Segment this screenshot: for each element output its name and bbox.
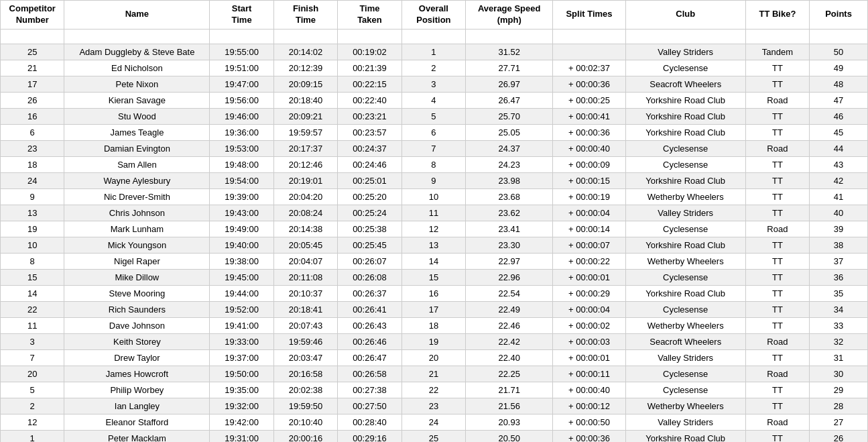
- table-row: 5Philip Worbey19:35:0020:02:3800:27:3822…: [1, 382, 868, 398]
- cell-pos: 16: [401, 285, 465, 301]
- cell-pts: 39: [810, 221, 868, 237]
- header-split-times: Split Times: [553, 1, 625, 30]
- cell-club: Yorkshire Road Club: [625, 108, 745, 124]
- cell-split: + 00:00:22: [553, 253, 625, 269]
- cell-pts: 40: [810, 205, 868, 221]
- cell-club: Valley Striders: [625, 414, 745, 430]
- cell-split: + 00:00:41: [553, 108, 625, 124]
- cell-num: 13: [1, 205, 64, 221]
- cell-pos: 24: [401, 414, 465, 430]
- cell-pts: 35: [810, 285, 868, 301]
- cell-tt: TT: [745, 430, 809, 442]
- cell-finish: 20:05:45: [273, 237, 337, 253]
- cell-speed: 23.98: [466, 172, 553, 188]
- cell-num: 16: [1, 108, 64, 124]
- cell-num: 22: [1, 301, 64, 317]
- cell-split: + 00:00:07: [553, 237, 625, 253]
- cell-num: 21: [1, 60, 64, 76]
- cell-name: Damian Evington: [64, 140, 210, 156]
- cell-split: + 00:00:12: [553, 398, 625, 414]
- cell-tt: TT: [745, 124, 809, 140]
- table-row: 1Peter Macklam19:31:0020:00:1600:29:1625…: [1, 430, 868, 442]
- cell-name: Ed Nicholson: [64, 60, 210, 76]
- cell-start: 19:37:00: [210, 349, 273, 366]
- cell-start: 19:55:00: [210, 44, 273, 60]
- header-points: Points: [810, 1, 868, 30]
- cell-num: 10: [1, 237, 64, 253]
- cell-start: 19:32:00: [210, 398, 273, 414]
- cell-name: James Teagle: [64, 124, 210, 140]
- cell-taken: 00:21:39: [338, 60, 401, 76]
- cell-taken: 00:22:15: [338, 76, 401, 92]
- cell-club: Cyclesense: [625, 156, 745, 172]
- cell-taken: 00:25:20: [338, 188, 401, 205]
- cell-tt: TT: [745, 269, 809, 285]
- table-row: 8Nigel Raper19:38:0020:04:0700:26:071422…: [1, 253, 868, 269]
- cell-name: Ian Langley: [64, 398, 210, 414]
- table-row: 2Ian Langley19:32:0019:59:5000:27:502321…: [1, 398, 868, 414]
- cell-taken: 00:26:07: [338, 253, 401, 269]
- table-row: 14Steve Mooring19:44:0020:10:3700:26:371…: [1, 285, 868, 301]
- cell-finish: 19:59:57: [273, 124, 337, 140]
- cell-taken: 00:22:40: [338, 92, 401, 108]
- cell-split: + 00:02:37: [553, 60, 625, 76]
- cell-pos: 21: [401, 366, 465, 382]
- cell-pos: 12: [401, 221, 465, 237]
- cell-name: Sam Allen: [64, 156, 210, 172]
- cell-start: 19:52:00: [210, 301, 273, 317]
- table-row: 18Sam Allen19:48:0020:12:4600:24:46824.2…: [1, 156, 868, 172]
- cell-club: Yorkshire Road Club: [625, 430, 745, 442]
- cell-name: Eleanor Stafford: [64, 414, 210, 430]
- cell-taken: 00:26:47: [338, 349, 401, 366]
- cell-speed: 23.62: [466, 205, 553, 221]
- cell-taken: 00:26:58: [338, 366, 401, 382]
- cell-start: 19:39:00: [210, 188, 273, 205]
- cell-taken: 00:24:37: [338, 140, 401, 156]
- cell-speed: 24.23: [466, 156, 553, 172]
- cell-start: 19:47:00: [210, 76, 273, 92]
- cell-tt: TT: [745, 285, 809, 301]
- cell-speed: 25.05: [466, 124, 553, 140]
- cell-club: Cyclesense: [625, 140, 745, 156]
- cell-split: + 00:00:04: [553, 205, 625, 221]
- table-row: 3Keith Storey19:33:0019:59:4600:26:46192…: [1, 333, 868, 349]
- header-name: Name: [64, 1, 210, 30]
- cell-taken: 00:27:38: [338, 382, 401, 398]
- table-row: 6James Teagle19:36:0019:59:5700:23:57625…: [1, 124, 868, 140]
- cell-tt: Road: [745, 333, 809, 349]
- cell-pos: 10: [401, 188, 465, 205]
- cell-split: + 00:00:01: [553, 349, 625, 366]
- cell-speed: 22.46: [466, 317, 553, 333]
- cell-club: Cyclesense: [625, 60, 745, 76]
- cell-pos: 2: [401, 60, 465, 76]
- header-time-taken: TimeTaken: [338, 1, 401, 30]
- cell-pts: 38: [810, 237, 868, 253]
- cell-pts: 31: [810, 349, 868, 366]
- cell-finish: 20:11:08: [273, 269, 337, 285]
- cell-club: Seacroft Wheelers: [625, 76, 745, 92]
- cell-start: 19:35:00: [210, 382, 273, 398]
- cell-finish: 20:16:58: [273, 366, 337, 382]
- cell-taken: 00:26:08: [338, 269, 401, 285]
- cell-split: + 00:00:29: [553, 285, 625, 301]
- cell-pos: 23: [401, 398, 465, 414]
- cell-club: Wetherby Wheelers: [625, 253, 745, 269]
- cell-name: Rich Saunders: [64, 301, 210, 317]
- cell-taken: 00:24:46: [338, 156, 401, 172]
- cell-pos: 7: [401, 140, 465, 156]
- cell-club: Seacroft Wheelers: [625, 333, 745, 349]
- cell-split: + 00:00:02: [553, 317, 625, 333]
- cell-taken: 00:26:43: [338, 317, 401, 333]
- table-row: 24Wayne Aylesbury19:54:0020:19:0100:25:0…: [1, 172, 868, 188]
- header-overall-position: OverallPosition: [401, 1, 465, 30]
- cell-num: 5: [1, 382, 64, 398]
- cell-num: 15: [1, 269, 64, 285]
- cell-num: 8: [1, 253, 64, 269]
- cell-pos: 15: [401, 269, 465, 285]
- cell-tt: TT: [745, 205, 809, 221]
- cell-start: 19:44:00: [210, 285, 273, 301]
- cell-pts: 30: [810, 366, 868, 382]
- cell-taken: 00:19:02: [338, 44, 401, 60]
- cell-club: Cyclesense: [625, 366, 745, 382]
- cell-name: Mike Dillow: [64, 269, 210, 285]
